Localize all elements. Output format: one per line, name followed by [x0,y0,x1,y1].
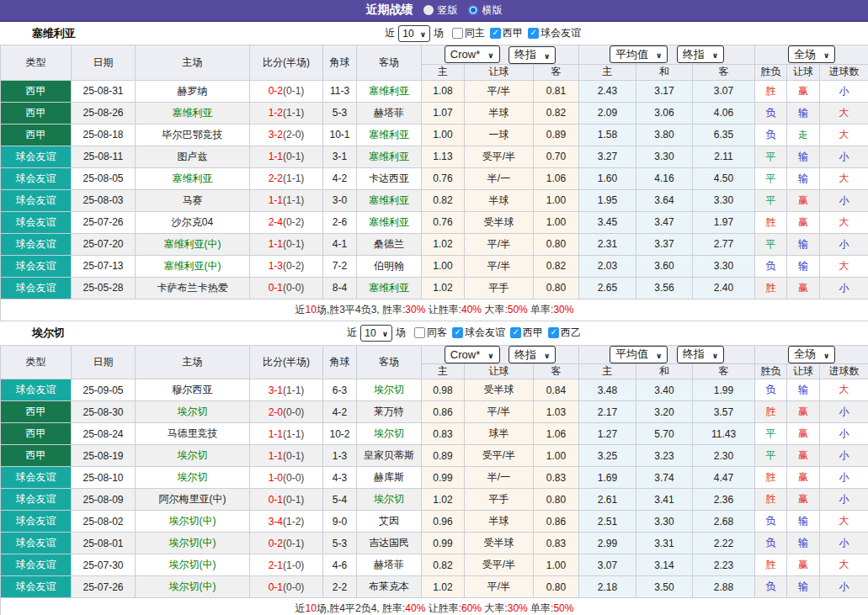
corners: 4-6 [323,554,357,576]
odds-handicap: 半球 [465,102,534,124]
odds-handicap: 平/半 [465,401,534,423]
away-team[interactable]: 埃尔切 [357,489,422,511]
away-team[interactable]: 布莱克本 [357,576,422,598]
away-team[interactable]: 塞维利亚 [357,211,422,233]
fulltime-score: 1-1 [269,151,283,162]
home-team[interactable]: 马赛 [136,189,250,211]
away-team[interactable]: 艾因 [357,511,422,533]
average-select[interactable]: 平均值 [610,346,668,363]
home-team[interactable]: 埃尔切 [136,401,250,423]
home-team[interactable]: 阿尔梅里亚(中) [136,489,250,511]
match-date: 25-07-26 [72,211,136,233]
avg-odds-home: 1.58 [579,124,636,146]
result-handicap: 赢 [787,189,820,211]
fulltime-score: 0-1 [269,494,283,506]
games-label: 场 [434,26,444,40]
radio-vertical[interactable]: 竖版 [423,3,458,18]
odds-source-select[interactable]: Crow* [445,346,500,363]
odds-home: 1.02 [422,233,465,255]
result-goals: 小 [820,401,868,423]
away-team[interactable]: 埃尔切 [357,423,422,445]
away-team[interactable]: 赫塔菲 [357,554,422,576]
final-odds-select[interactable]: 终指 [509,46,556,64]
odds-source-select[interactable]: Crow* [445,45,500,63]
filter-checkbox[interactable]: 同客 [414,326,447,340]
result-goals: 小 [820,445,868,467]
result-handicap: 赢 [787,401,820,423]
away-team[interactable]: 塞维利亚 [357,189,422,211]
away-team[interactable]: 塞维利亚 [357,80,422,102]
away-team[interactable]: 皇家贝蒂斯 [357,445,422,467]
away-team[interactable]: 塞维利亚 [357,146,422,167]
away-team[interactable]: 塞维利亚 [357,124,422,146]
filter-checkbox[interactable]: 西乙 [548,326,581,340]
home-team[interactable]: 埃尔切(中) [136,533,250,554]
home-team[interactable]: 沙尔克04 [136,211,250,233]
home-team[interactable]: 图卢兹 [136,146,250,167]
home-team[interactable]: 埃尔切(中) [136,554,250,576]
away-team[interactable]: 伯明翰 [357,255,422,277]
odds-handicap: 半球 [465,511,534,533]
away-team[interactable]: 塞维利亚 [357,277,422,299]
result-handicap: 赢 [787,80,820,102]
fulltime-score: 1-1 [269,428,283,440]
away-team[interactable]: 吉达国民 [357,533,422,554]
home-team[interactable]: 毕尔巴鄂竞技 [136,124,250,146]
avg-odds-away: 2.30 [693,445,755,467]
radio-horizontal[interactable]: 横版 [468,3,503,18]
home-team[interactable]: 赫罗纳 [136,80,250,102]
filter-checkbox[interactable]: 同主 [452,26,485,40]
result-winlose: 负 [755,255,787,277]
final-odds-select[interactable]: 终指 [509,346,556,363]
filter-checkbox[interactable]: 球会友谊 [528,26,581,40]
col-result-handicap: 让球 [787,364,820,379]
home-team[interactable]: 塞维利亚(中) [136,255,250,277]
result-winlose: 胜 [755,80,787,102]
home-team[interactable]: 卡萨布兰卡热爱 [136,277,250,299]
filter-checkbox[interactable]: 球会友谊 [452,326,505,340]
home-team[interactable]: 埃尔切 [136,467,250,489]
average-final-select[interactable]: 终指 [677,346,724,363]
average-final-select[interactable]: 终指 [677,45,724,63]
average-final-value: 终指 [683,47,705,62]
away-team[interactable]: 莱万特 [357,401,422,423]
away-team[interactable]: 埃尔切 [357,379,422,401]
fulltime-score: 0-1 [269,581,283,593]
home-team[interactable]: 塞维利亚 [136,167,250,189]
home-team[interactable]: 埃尔切(中) [136,576,250,598]
avg-odds-draw: 3.23 [636,445,693,467]
match-count-select[interactable]: 10 [360,325,392,342]
away-team[interactable]: 赫库斯 [357,467,422,489]
match-count-select[interactable]: 10 [398,25,430,42]
match-date: 25-08-19 [72,445,136,467]
fullmatch-select[interactable]: 全场 [788,45,835,63]
result-winlose: 胜 [755,211,787,233]
avg-odds-draw: 5.70 [636,423,693,445]
home-team[interactable]: 马德里竞技 [136,423,250,445]
filter-checkbox[interactable]: 西甲 [490,26,523,40]
away-team[interactable]: 卡达西亚 [357,167,422,189]
avg-odds-draw: 3.30 [636,146,693,167]
average-group-header: 平均值 终指 [579,45,755,65]
away-team[interactable]: 赫塔菲 [357,102,422,124]
summary-segment: 50% [508,304,528,315]
avg-odds-draw: 3.60 [636,255,693,277]
home-team[interactable]: 埃尔切 [136,445,250,467]
home-team[interactable]: 埃尔切(中) [136,511,250,533]
match-score: 1-2(1-1) [250,102,323,124]
filter-checkbox[interactable]: 西甲 [510,326,543,340]
chevron-down-icon [823,48,829,61]
avg-odds-home: 2.17 [579,401,636,423]
home-team[interactable]: 穆尔西亚 [136,379,250,401]
away-team[interactable]: 桑德兰 [357,233,422,255]
stats-table: 类型 日期 主场 比分(半场) 角球 客场 Crow* 终指 [0,45,868,321]
checkbox-icon [414,327,425,338]
home-team[interactable]: 塞维利亚(中) [136,233,250,255]
fullmatch-select[interactable]: 全场 [788,346,835,363]
odds-away: 0.70 [534,146,579,167]
corners: 11-3 [323,80,357,102]
match-row: 球会友谊 25-08-01 埃尔切(中) 0-2(0-1) 5-3 吉达国民 0… [1,533,868,554]
home-team[interactable]: 塞维利亚 [136,102,250,124]
corners: 8-4 [323,277,357,299]
average-select[interactable]: 平均值 [610,45,668,63]
